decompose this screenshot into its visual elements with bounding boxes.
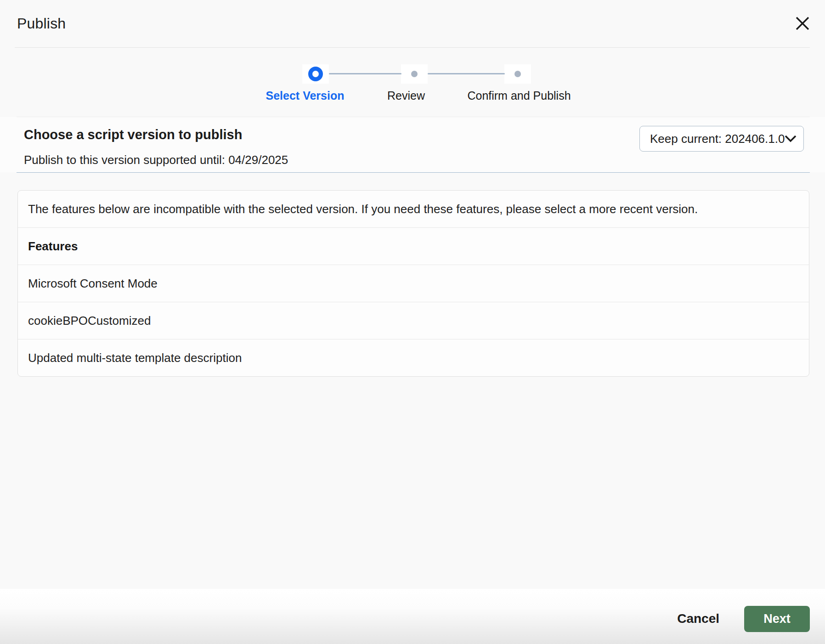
step-dot-icon[interactable] (411, 71, 418, 77)
stepper-connector (329, 73, 401, 74)
version-section-heading: Choose a script version to publish (24, 127, 242, 142)
cancel-button[interactable]: Cancel (672, 609, 724, 629)
features-column-header: Features (18, 227, 809, 265)
step-confirm-and-publish[interactable]: Confirm and Publish (467, 89, 571, 102)
publish-modal: { "modal": { "title": "Publish" }, "step… (0, 0, 825, 644)
step-dot-icon[interactable] (514, 71, 521, 77)
next-button[interactable]: Next (744, 606, 810, 632)
incompatible-features-panel: The features below are incompatible with… (17, 190, 809, 377)
incompatibility-notice: The features below are incompatible with… (18, 191, 809, 227)
header-divider (15, 47, 810, 48)
section-divider (17, 117, 810, 117)
chevron-down-icon (785, 135, 797, 142)
close-button[interactable] (793, 14, 812, 33)
modal-footer: Cancel Next (0, 589, 825, 644)
step-review[interactable]: Review (387, 89, 425, 102)
feature-row: Microsoft Consent Mode (18, 265, 809, 302)
version-dropdown[interactable]: Keep current: 202406.1.0 (639, 126, 804, 152)
feature-row: Updated multi-state template description (18, 339, 809, 376)
feature-row: cookieBPOCustomized (18, 302, 809, 339)
close-icon (795, 16, 810, 31)
supported-until-text: Publish to this version supported until:… (24, 153, 288, 167)
version-dropdown-value: Keep current: 202406.1.0 (650, 132, 785, 146)
stepper-connector (428, 73, 505, 74)
page-title: Publish (17, 15, 66, 32)
step-select-version[interactable]: Select Version (266, 89, 345, 102)
section-divider-blue (17, 172, 810, 173)
step-active-ring-icon[interactable] (308, 67, 323, 81)
